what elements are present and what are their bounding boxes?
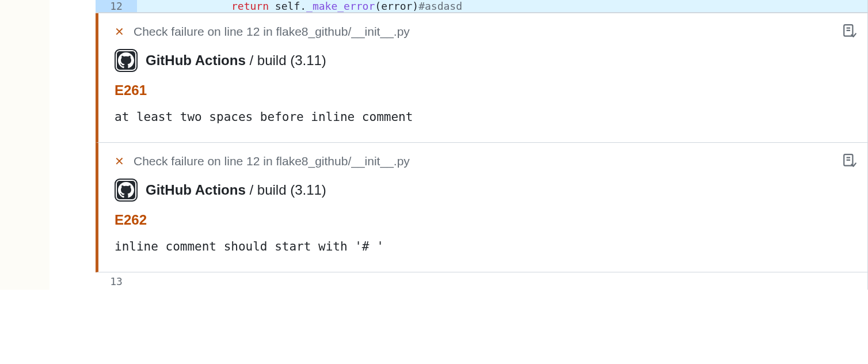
- resolve-icon[interactable]: [842, 24, 857, 41]
- left-gutter: [0, 0, 96, 290]
- failure-title: Check failure on line 12 in flake8_githu…: [134, 25, 410, 39]
- failure-title: Check failure on line 12 in flake8_githu…: [134, 154, 410, 168]
- close-icon[interactable]: ✕: [115, 26, 124, 37]
- workflow-name[interactable]: GitHub Actions / build (3.11): [146, 182, 326, 198]
- github-icon: [115, 179, 138, 202]
- diff-container: 12 return self._make_error(error)#asdasd…: [0, 0, 868, 290]
- main-content: 12 return self._make_error(error)#asdasd…: [96, 0, 868, 290]
- error-code: E261: [115, 82, 854, 98]
- error-message: inline comment should start with '# ': [115, 240, 854, 253]
- error-message: at least two spaces before inline commen…: [115, 110, 854, 124]
- line-number[interactable]: 13: [96, 273, 137, 290]
- workflow-row: GitHub Actions / build (3.11): [115, 49, 854, 72]
- error-code: E262: [115, 212, 854, 228]
- resolve-icon[interactable]: [842, 153, 857, 170]
- github-icon: [115, 49, 138, 72]
- workflow-name[interactable]: GitHub Actions / build (3.11): [146, 52, 326, 69]
- left-gutter-highlight: [0, 0, 50, 290]
- code-line-13: 13: [96, 272, 867, 290]
- code-line-12: 12 return self._make_error(error)#asdasd: [96, 0, 867, 13]
- line-number[interactable]: 12: [96, 0, 137, 12]
- check-annotation: ✕ Check failure on line 12 in flake8_git…: [96, 143, 867, 272]
- annotation-header: ✕ Check failure on line 12 in flake8_git…: [115, 154, 854, 168]
- annotations-list: ✕ Check failure on line 12 in flake8_git…: [96, 13, 867, 272]
- code-content: return self._make_error(error)#asdasd: [137, 0, 462, 12]
- annotation-header: ✕ Check failure on line 12 in flake8_git…: [115, 25, 854, 39]
- check-annotation: ✕ Check failure on line 12 in flake8_git…: [96, 13, 867, 143]
- close-icon[interactable]: ✕: [115, 156, 124, 167]
- workflow-row: GitHub Actions / build (3.11): [115, 179, 854, 202]
